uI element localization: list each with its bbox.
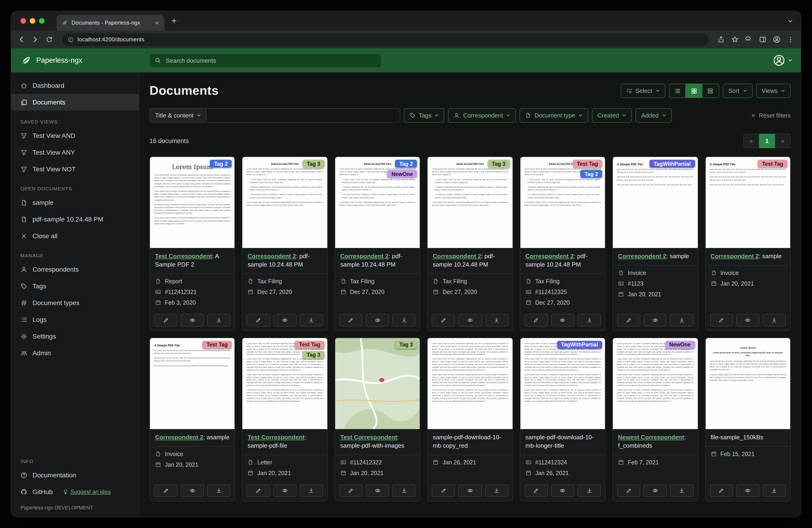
download-button[interactable] [578,484,601,497]
page-prev-button[interactable]: « [743,134,759,148]
download-button[interactable] [207,314,231,327]
correspondent-link[interactable]: Correspondent 2 [618,253,666,260]
view-button[interactable] [459,314,482,327]
document-thumbnail[interactable]: Lorem IpsumLorem ipsum dolor sit amet, c… [150,157,235,248]
download-button[interactable] [300,314,323,327]
correspondent-link[interactable]: Correspondent 2 [433,253,481,260]
minimize-window-button[interactable] [30,18,35,24]
document-thumbnail[interactable]: Adobe Acrobat PDF FilesLorem ipsum dolor… [520,157,605,248]
sidebar-item-correspondents[interactable]: Correspondents [11,261,139,278]
global-search[interactable] [149,53,382,68]
edit-button[interactable] [710,484,733,497]
document-title[interactable]: Correspondent 2: sample [706,248,790,265]
tag-badge[interactable]: Test Tag [573,160,602,168]
tab-close-icon[interactable] [155,20,160,25]
forward-button[interactable] [32,36,39,43]
edit-button[interactable] [339,484,363,497]
download-button[interactable] [207,484,231,497]
filter-doctype-button[interactable]: Document type [520,108,588,123]
edit-button[interactable] [617,484,640,497]
sidebar-item-admin[interactable]: Admin [11,345,139,361]
document-title[interactable]: Correspondent 2: pdf-sample 10.24.48 PM [335,248,420,273]
tab-search-chevron-icon[interactable] [787,18,794,24]
view-button[interactable] [273,314,296,327]
view-button[interactable] [180,314,204,327]
tag-badge[interactable]: Tag 2 [210,160,232,168]
edit-button[interactable] [710,314,733,327]
document-title[interactable]: Newest Correspondent: f_combineds [613,429,698,455]
tag-badge[interactable]: Tag 3 [303,160,324,168]
correspondent-link[interactable]: Correspondent 2 [525,253,574,260]
sidebar-item-documents[interactable]: Documents [11,94,139,111]
view-button[interactable] [180,484,204,497]
document-thumbnail[interactable]: A Simple PDF FileAnd more text. And more… [150,338,235,429]
sidebar-item-test-view-any[interactable]: Test View ANY [11,144,139,161]
filter-field-button[interactable]: Title & content [149,108,206,123]
sidebar-item-documentation[interactable]: Documentation [11,467,139,483]
tag-badge[interactable]: Tag 2 [580,170,602,178]
tag-badge[interactable]: Test Tag [202,341,232,349]
edit-button[interactable] [154,484,177,497]
view-button[interactable] [644,484,667,497]
download-button[interactable] [670,484,693,497]
correspondent-link[interactable]: Correspondent 2 [248,253,296,260]
tag-badge[interactable]: Tag 3 [303,351,324,359]
search-input[interactable] [165,56,377,64]
document-title[interactable]: Test Correspondent: sample-pdf-with-imag… [335,429,420,455]
document-title[interactable]: Correspondent 2: asample [150,429,235,446]
document-title[interactable]: Test Correspondent: sample-pdf-file [243,429,327,455]
view-button[interactable] [551,484,574,497]
correspondent-link[interactable]: Test Correspondent [340,434,397,441]
sort-button[interactable]: Sort [723,84,752,98]
sidebar-item-settings[interactable]: Settings [11,328,139,345]
download-button[interactable] [485,484,508,497]
views-button[interactable]: Views [756,84,791,98]
view-button[interactable] [644,314,667,327]
edit-button[interactable] [524,314,548,327]
download-button[interactable] [763,314,786,327]
edit-button[interactable] [524,484,548,497]
download-button[interactable] [763,484,786,497]
download-button[interactable] [485,314,508,327]
document-title[interactable]: Correspondent 2: pdf-sample 10.24.48 PM [428,248,512,273]
edit-button[interactable] [432,314,455,327]
view-button[interactable] [366,484,389,497]
tag-badge[interactable]: Tag 2 [395,160,417,168]
extensions-icon[interactable] [745,36,753,43]
document-thumbnail[interactable]: Lorem ipsum dolor sit amet, consectetur … [613,338,698,429]
edit-button[interactable] [247,484,270,497]
site-info-icon[interactable] [68,37,74,42]
view-button[interactable] [273,484,296,497]
correspondent-link[interactable]: Correspondent 2 [711,253,759,260]
document-thumbnail[interactable]: Lorem ipsumLorem ipsum dolor sit amet, c… [706,338,790,429]
filter-added-button[interactable]: Added [636,108,671,123]
view-button[interactable] [366,314,389,327]
document-thumbnail[interactable]: Adobe Acrobat PDF FilesLorem ipsum dolor… [243,157,327,248]
document-title[interactable]: Correspondent 2: pdf-sample 10.24.48 PM [520,248,605,273]
document-title[interactable]: file-sample_150kBs [706,429,790,446]
close-window-button[interactable] [20,18,26,24]
document-title[interactable]: sample-pdf-download-10-mb copy_red [428,429,512,455]
view-button[interactable] [736,314,759,327]
reload-button[interactable] [45,36,53,43]
sidebar-item-dashboard[interactable]: Dashboard [11,77,139,94]
document-title[interactable]: sample-pdf-download-10-mb-longer-title [520,429,605,455]
edit-button[interactable] [339,314,363,327]
app-brand[interactable]: Paperless-ngx [20,55,149,66]
view-button[interactable] [551,314,574,327]
sidebar-item-tags[interactable]: Tags [11,278,139,295]
tag-badge[interactable]: TagWithPartial [650,160,695,168]
document-title[interactable]: Correspondent 2: sample [613,248,698,265]
tag-badge[interactable]: TagWithPartial [557,341,602,349]
filter-created-button[interactable]: Created [592,108,632,123]
share-icon[interactable] [717,36,725,43]
tag-badge[interactable]: Tag 3 [488,160,509,168]
sidebar-item-document-types[interactable]: Document types [11,295,139,311]
tag-badge[interactable]: NewOne [388,170,417,178]
suggest-idea-link[interactable]: Suggest an idea [62,488,111,495]
document-thumbnail[interactable]: Adobe Acrobat PDF FilesLorem ipsum dolor… [335,157,420,248]
view-list-button[interactable] [669,84,685,98]
document-thumbnail[interactable]: Lorem ipsum dolor sit amet, consectetur … [520,338,605,429]
sidebar-item-pdf-sample-10-24-48-pm[interactable]: pdf-sample 10.24.48 PM [11,211,139,228]
profile-icon[interactable] [773,36,780,43]
